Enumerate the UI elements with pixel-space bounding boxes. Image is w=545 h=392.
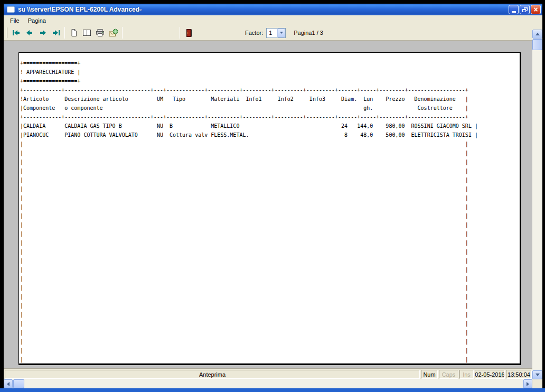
first-page-icon bbox=[12, 29, 21, 37]
factor-dropdown-button[interactable] bbox=[277, 29, 285, 38]
down-arrow-icon bbox=[535, 374, 540, 376]
toolbar-gripper[interactable] bbox=[6, 27, 7, 38]
menubar: File Pagina bbox=[4, 15, 542, 25]
factor-label: Factor: bbox=[245, 30, 263, 36]
previous-page-icon bbox=[25, 29, 34, 37]
titlebar: su \\server\EPSON EPL-6200L Advanced▫ × bbox=[4, 4, 542, 15]
statusbar: Anteprima Num Caps Ins 02-05-2016 13:50:… bbox=[4, 368, 532, 379]
minimize-button[interactable] bbox=[509, 5, 519, 14]
close-icon: × bbox=[533, 6, 538, 13]
restore-button[interactable] bbox=[520, 5, 530, 14]
status-time: 13:50:04 bbox=[506, 370, 532, 379]
last-page-button[interactable] bbox=[49, 26, 62, 39]
previous-page-button[interactable] bbox=[23, 26, 36, 39]
scroll-down-button[interactable] bbox=[532, 370, 542, 379]
screen: su \\server\EPSON EPL-6200L Advanced▫ × … bbox=[0, 0, 545, 392]
next-page-icon bbox=[39, 29, 47, 37]
single-page-view-button[interactable] bbox=[67, 26, 80, 39]
status-date: 02-05-2016 bbox=[475, 370, 505, 379]
menu-pagina[interactable]: Pagina bbox=[24, 16, 50, 25]
page-indicator: Pagina1 / 3 bbox=[294, 30, 323, 36]
document-text: +=================+ ! APPARECCHIATURE | … bbox=[19, 53, 520, 364]
two-pages-icon bbox=[82, 29, 92, 37]
exit-button[interactable] bbox=[182, 26, 195, 39]
toolbar: Factor: 1 Pagina1 / 3 bbox=[4, 25, 532, 41]
restore-icon bbox=[522, 7, 528, 12]
status-num: Num bbox=[421, 370, 438, 379]
first-page-button[interactable] bbox=[10, 26, 23, 39]
status-ins: Ins bbox=[459, 370, 474, 379]
document-page: +=================+ ! APPARECCHIATURE | … bbox=[18, 52, 521, 365]
scroll-right-button[interactable] bbox=[523, 379, 532, 388]
left-arrow-icon bbox=[7, 382, 10, 386]
export-globe-envelope-icon bbox=[109, 29, 118, 38]
printer-icon bbox=[96, 29, 105, 37]
horizontal-scrollbar[interactable] bbox=[4, 379, 532, 388]
export-button[interactable] bbox=[107, 26, 120, 39]
preview-area: +=================+ ! APPARECCHIATURE | … bbox=[4, 41, 532, 368]
print-button[interactable] bbox=[93, 26, 107, 39]
chevron-down-icon bbox=[280, 32, 283, 34]
window-title: su \\server\EPSON EPL-6200L Advanced▫ bbox=[18, 6, 508, 13]
menu-file[interactable]: File bbox=[6, 16, 24, 25]
last-page-icon bbox=[52, 29, 60, 37]
status-message: Anteprima bbox=[5, 370, 420, 379]
scroll-left-button[interactable] bbox=[4, 379, 13, 388]
app-window: su \\server\EPSON EPL-6200L Advanced▫ × … bbox=[4, 4, 542, 388]
status-caps: Caps bbox=[439, 370, 458, 379]
minimize-icon bbox=[512, 11, 516, 13]
app-icon bbox=[7, 6, 15, 13]
factor-value: 1 bbox=[267, 30, 277, 36]
toolbar-separator bbox=[122, 27, 123, 39]
vertical-scrollbar-track[interactable] bbox=[532, 51, 542, 370]
right-arrow-icon bbox=[527, 382, 529, 386]
factor-select[interactable]: 1 bbox=[266, 28, 286, 38]
scroll-up-button[interactable] bbox=[532, 30, 542, 39]
scrollbar-top-gap bbox=[532, 25, 542, 30]
bottom-edge-strip bbox=[0, 388, 545, 392]
single-page-icon bbox=[70, 29, 78, 37]
horizontal-scrollbar-track[interactable] bbox=[25, 379, 523, 388]
horizontal-scrollbar-thumb[interactable] bbox=[13, 379, 24, 388]
exit-door-icon bbox=[185, 29, 193, 38]
toolbar-separator bbox=[64, 27, 65, 39]
vertical-scrollbar[interactable] bbox=[532, 25, 542, 388]
close-button[interactable]: × bbox=[531, 5, 541, 14]
up-arrow-icon bbox=[535, 33, 540, 35]
scrollbar-corner bbox=[532, 379, 542, 388]
vertical-scrollbar-thumb[interactable] bbox=[532, 39, 542, 50]
toolbar-separator bbox=[180, 27, 180, 39]
two-page-view-button[interactable] bbox=[80, 26, 93, 39]
next-page-button[interactable] bbox=[36, 26, 49, 39]
